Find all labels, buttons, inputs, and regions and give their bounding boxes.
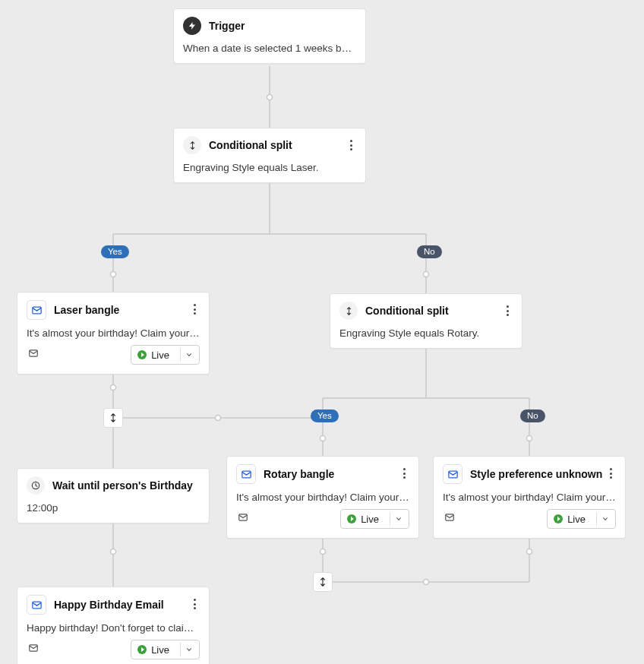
node-title: Conditional split xyxy=(365,305,449,317)
more-button[interactable] xyxy=(186,596,203,612)
node-title: Happy Birthday Email xyxy=(54,599,164,611)
node-desc: It's almost your birthday! Claim your fr… xyxy=(236,492,409,503)
node-desc: When a date is selected 1 weeks before p… xyxy=(183,43,356,54)
node-desc: It's almost your birthday! Claim your fr… xyxy=(27,327,200,339)
node-title: Style preference unknown xyxy=(470,468,602,480)
node-title: Laser bangle xyxy=(54,304,119,316)
svg-point-9 xyxy=(111,385,116,390)
node-desc: Engraving Style equals Laser. xyxy=(183,162,356,173)
chevron-down-icon xyxy=(392,515,409,523)
mail-icon xyxy=(443,464,462,484)
play-status-icon xyxy=(137,350,147,359)
more-button[interactable] xyxy=(499,302,516,319)
svg-point-24 xyxy=(216,416,221,421)
node-conditional-split[interactable]: Conditional split Engraving Style equals… xyxy=(330,293,522,349)
split-icon xyxy=(339,302,358,320)
node-title: Wait until person's Birthday xyxy=(52,479,193,492)
mail-icon xyxy=(27,595,46,615)
svg-point-15 xyxy=(527,436,532,441)
branch-label-yes: Yes xyxy=(311,409,339,422)
play-status-icon xyxy=(554,514,563,523)
node-trigger[interactable]: Trigger When a date is selected 1 weeks … xyxy=(173,8,366,64)
more-button[interactable] xyxy=(343,137,359,153)
flow-canvas: Yes No Yes No Trigger When a date is sel… xyxy=(0,0,644,664)
node-desc: Happy birthday! Don't forget to claim yo… xyxy=(27,622,200,634)
node-conditional-split[interactable]: Conditional split Engraving Style equals… xyxy=(173,128,366,183)
split-icon xyxy=(183,136,201,154)
node-email-happy-birthday[interactable]: Happy Birthday Email Happy birthday! Don… xyxy=(17,587,210,664)
status-dropdown[interactable]: Live xyxy=(340,509,409,529)
channel-icon xyxy=(236,512,250,526)
node-desc: 12:00p xyxy=(27,502,200,514)
more-button[interactable] xyxy=(186,301,203,318)
node-title: Rotary bangle xyxy=(264,468,334,480)
channel-icon xyxy=(27,643,40,656)
merge-node[interactable] xyxy=(313,572,333,592)
status-label: Live xyxy=(567,514,586,525)
channel-icon xyxy=(27,348,40,362)
more-button[interactable] xyxy=(602,465,619,482)
node-email-style-unknown[interactable]: Style preference unknown It's almost you… xyxy=(433,456,626,539)
svg-point-7 xyxy=(424,272,429,277)
status-label: Live xyxy=(361,514,379,525)
branch-label-no: No xyxy=(520,409,545,422)
node-email-rotary-bangle[interactable]: Rotary bangle It's almost your birthday!… xyxy=(226,456,419,539)
play-status-icon xyxy=(347,514,356,523)
node-wait[interactable]: Wait until person's Birthday 12:00p xyxy=(17,468,210,523)
svg-point-1 xyxy=(267,95,273,100)
bolt-icon xyxy=(183,17,201,35)
svg-point-6 xyxy=(111,272,116,277)
split-merge-icon xyxy=(317,577,328,587)
svg-point-26 xyxy=(111,549,116,555)
svg-point-19 xyxy=(320,549,326,555)
merge-node[interactable] xyxy=(103,408,123,428)
chevron-down-icon xyxy=(182,351,199,359)
split-merge-icon xyxy=(108,413,118,423)
more-button[interactable] xyxy=(396,465,412,482)
status-dropdown[interactable]: Live xyxy=(131,640,200,659)
node-title: Conditional split xyxy=(209,139,292,151)
status-dropdown[interactable]: Live xyxy=(547,509,616,529)
svg-point-20 xyxy=(527,549,532,555)
svg-point-21 xyxy=(424,580,429,585)
status-dropdown[interactable]: Live xyxy=(131,345,200,365)
branch-label-no: No xyxy=(417,245,442,258)
node-desc: It's almost your birthday! Claim your fr… xyxy=(443,492,616,503)
channel-icon xyxy=(443,512,456,526)
mail-icon xyxy=(27,300,46,320)
clock-icon xyxy=(27,476,45,495)
mail-icon xyxy=(236,464,256,484)
play-status-icon xyxy=(137,645,147,654)
branch-label-yes: Yes xyxy=(101,245,129,258)
chevron-down-icon xyxy=(182,646,199,653)
node-title: Trigger xyxy=(209,20,245,32)
status-label: Live xyxy=(151,349,169,361)
status-label: Live xyxy=(151,644,169,656)
node-email-laser-bangle[interactable]: Laser bangle It's almost your birthday! … xyxy=(17,292,210,375)
node-desc: Engraving Style equals Rotary. xyxy=(339,327,513,339)
chevron-down-icon xyxy=(598,515,615,523)
svg-point-14 xyxy=(320,436,326,441)
